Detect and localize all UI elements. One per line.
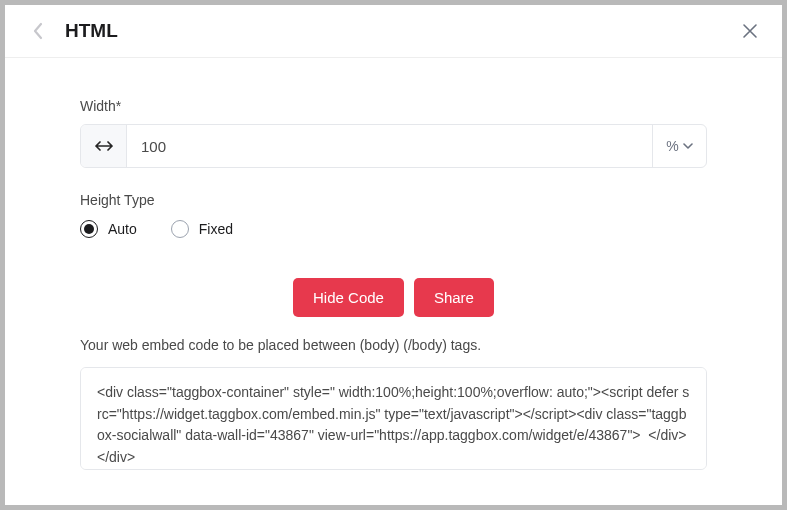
radio-auto[interactable]: Auto	[80, 220, 137, 238]
back-icon[interactable]	[33, 22, 43, 40]
modal-body: Width* % Height Type Auto	[5, 58, 782, 494]
action-buttons: Hide Code Share	[80, 278, 707, 317]
close-icon[interactable]	[738, 19, 762, 43]
unit-value: %	[666, 138, 678, 154]
height-type-radios: Auto Fixed	[80, 220, 707, 238]
chevron-down-icon	[683, 143, 693, 149]
hide-code-button[interactable]: Hide Code	[293, 278, 404, 317]
modal-title: HTML	[65, 20, 118, 42]
radio-icon	[80, 220, 98, 238]
radio-icon	[171, 220, 189, 238]
radio-label-auto: Auto	[108, 221, 137, 237]
height-type-label: Height Type	[80, 192, 707, 208]
share-button[interactable]: Share	[414, 278, 494, 317]
unit-dropdown[interactable]: %	[652, 125, 706, 167]
radio-label-fixed: Fixed	[199, 221, 233, 237]
modal-header: HTML	[5, 5, 782, 58]
embed-helper-text: Your web embed code to be placed between…	[80, 337, 707, 353]
embed-modal: HTML Width* % Height Type	[5, 5, 782, 505]
embed-code-textarea[interactable]	[80, 367, 707, 470]
width-input-group: %	[80, 124, 707, 168]
width-input[interactable]	[127, 125, 652, 167]
horizontal-arrows-icon	[81, 125, 127, 167]
height-type-section: Height Type Auto Fixed	[80, 192, 707, 238]
radio-fixed[interactable]: Fixed	[171, 220, 233, 238]
width-label: Width*	[80, 98, 707, 114]
